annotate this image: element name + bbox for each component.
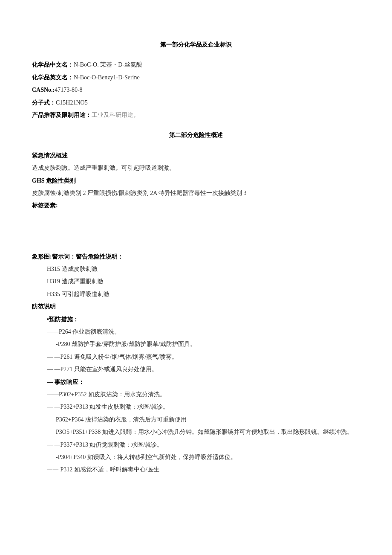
- response-item: — —P332+P313 如发生皮肤刺激：求医/就诊。: [32, 401, 360, 413]
- hazard-statement: H319 造成严重眼刺激: [32, 275, 360, 288]
- label-elements-heading: 标签要素:: [32, 199, 360, 212]
- value-name-en: N-Boc-O-Benzy1-D-Serine: [74, 74, 140, 81]
- response-item: P3O5+P351+P338 如进入眼睛：用水小心冲洗几分钟。如戴隐形眼镜并可方…: [32, 426, 360, 438]
- field-use: 产品推荐及限制用途：工业及科研用途。: [32, 109, 360, 121]
- pictogram-line: 象形图:警示词：警告危险性说明：: [32, 250, 360, 263]
- prevention-item: — —P261 避免吸入粉尘/烟/气体/烟雾/蒸气/喷雾。: [32, 351, 360, 363]
- field-name-en: 化学品英文名：N-Boc-O-Benzy1-D-Serine: [32, 71, 360, 84]
- pictogram-area: [32, 212, 360, 250]
- prevention-item: -P280 戴防护手套/穿防护服/戴防护眼革/戴防护面具。: [32, 338, 360, 350]
- value-cas: 47173-80-8: [55, 87, 82, 93]
- response-item: P362+P364 脱掉沾染的衣服，清洗后方可重新使用: [32, 413, 360, 426]
- field-cas: CASNo.:47173-80-8: [32, 84, 360, 96]
- label-use: 产品推荐及限制用途：: [32, 112, 92, 118]
- hazard-statement: H315 造成皮肤刺激: [32, 263, 360, 275]
- hazard-statement: H335 可引起呼吸道刺激: [32, 288, 360, 300]
- section-2-title: 第二部分危险性概述: [32, 129, 360, 141]
- section-1-title: 第一部分化学品及企业标识: [32, 38, 360, 51]
- ghs-text: 皮肤腐蚀/刺激类别 2 严重眼损伤/眼刺激类别 2A 特异性靶器官毒性一次接触类…: [32, 187, 360, 199]
- emergency-text: 造成皮肤刺激。造成严重眼刺激。可引起呼吸道刺激。: [32, 162, 360, 174]
- label-name-cn: 化学品中文名：: [32, 61, 74, 68]
- label-cas: CASNo.:: [32, 87, 55, 93]
- value-name-cn: N-BoC-O. 茉基・D-丝氨酸: [74, 61, 142, 68]
- label-name-en: 化学品英文名：: [32, 74, 74, 81]
- ghs-heading: GHS 危险性类别: [32, 174, 360, 187]
- field-formula: 分子式：C15H21NO5: [32, 96, 360, 109]
- label-formula: 分子式：: [32, 99, 56, 106]
- emergency-heading: 紧急情况概述: [32, 149, 360, 162]
- field-name-cn: 化学品中文名：N-BoC-O. 茉基・D-丝氨酸: [32, 58, 360, 71]
- value-use: 工业及科研用途。: [92, 112, 139, 118]
- prevention-item: ——P264 作业后彻底清洗。: [32, 325, 360, 338]
- value-formula: C15H21NO5: [56, 99, 88, 106]
- response-heading: — 事故响应：: [32, 376, 360, 388]
- response-item: 一一 P312 如感觉不适，呼叫解毒中心/医生: [32, 463, 360, 476]
- prevention-heading: •预防措施：: [32, 313, 360, 325]
- precaution-heading: 防范说明: [32, 300, 360, 313]
- prevention-item: — —P271 只能在室外或通风良好处使用。: [32, 363, 360, 375]
- document-page: 第一部分化学品及企业标识 化学品中文名：N-BoC-O. 茉基・D-丝氨酸 化学…: [0, 0, 392, 555]
- response-item: -P304+P340 如误吸入：将人转移到空气新鲜处，保持呼吸舒适体位。: [32, 451, 360, 463]
- response-item: ——P302+P352 如皮肤沾染：用水充分清洗。: [32, 388, 360, 401]
- response-item: — —P337+P313 如仍觉眼刺激：求医/就诊。: [32, 439, 360, 451]
